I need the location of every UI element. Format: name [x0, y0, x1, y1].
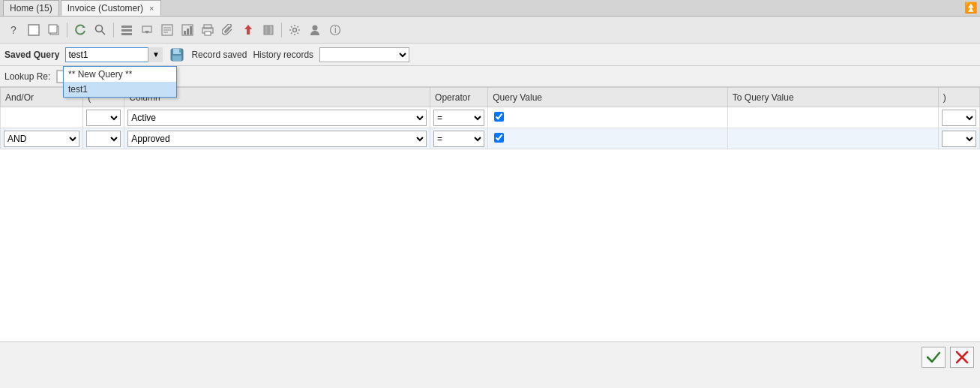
export-button[interactable] — [259, 21, 277, 39]
cell-to-query-value-1 — [727, 107, 938, 128]
svg-rect-8 — [121, 33, 132, 35]
cell-andor-1 — [1, 107, 83, 128]
down-button[interactable] — [138, 21, 156, 39]
svg-rect-18 — [190, 26, 192, 35]
select-andor-2[interactable]: AND OR — [4, 131, 79, 147]
svg-rect-7 — [121, 29, 132, 32]
bottom-bar — [0, 341, 980, 371]
svg-rect-17 — [187, 29, 189, 35]
saved-query-dropdown: ** New Query ** test1 — [63, 66, 177, 98]
cell-to-query-value-2 — [727, 128, 938, 149]
saved-query-dropdown-arrow[interactable]: ▼ — [148, 47, 163, 62]
svg-rect-6 — [121, 26, 132, 28]
checkbox-query-value-2[interactable] — [494, 133, 504, 143]
svg-rect-24 — [269, 26, 273, 35]
cell-query-value-2 — [488, 128, 728, 149]
toolbar-sep-3 — [281, 23, 282, 38]
lookup-label: Lookup Re: — [4, 71, 50, 82]
svg-text:i: i — [334, 25, 337, 35]
user-button[interactable] — [306, 21, 324, 39]
dropdown-item-test1[interactable]: test1 — [64, 82, 176, 97]
th-operator: Operator — [430, 88, 488, 107]
svg-rect-31 — [179, 49, 181, 53]
svg-line-5 — [102, 31, 106, 35]
report-button[interactable] — [178, 21, 196, 39]
toolbar: ? — [0, 17, 980, 44]
copy-button[interactable] — [45, 21, 63, 39]
table-row: AND OR Approved = — [1, 128, 980, 149]
list-button[interactable] — [118, 21, 136, 39]
svg-marker-3 — [82, 25, 85, 28]
svg-rect-0 — [28, 25, 39, 35]
help-button[interactable]: ? — [4, 21, 22, 39]
tab-home[interactable]: Home (15) — [3, 0, 59, 16]
attach-button[interactable] — [219, 21, 237, 39]
cell-close-paren-1 — [938, 107, 979, 128]
tab-home-label: Home (15) — [10, 3, 52, 14]
svg-point-26 — [313, 25, 318, 30]
th-query-value: Query Value — [488, 88, 728, 107]
cell-open-paren-2 — [83, 128, 124, 149]
cell-open-paren-1 — [83, 107, 124, 128]
form-button[interactable] — [158, 21, 176, 39]
svg-rect-23 — [264, 26, 268, 35]
select-close-paren-1[interactable] — [942, 110, 976, 126]
saved-query-label: Saved Query — [4, 50, 59, 60]
svg-marker-22 — [244, 25, 252, 35]
svg-point-25 — [293, 28, 297, 32]
tab-invoice-label: Invoice (Customer) — [67, 3, 143, 14]
saved-query-input-wrap: ▼ — [65, 47, 163, 62]
select-column-2[interactable]: Approved — [127, 131, 427, 147]
select-operator-1[interactable]: = — [433, 110, 484, 126]
ok-button[interactable] — [922, 347, 946, 368]
import-button[interactable] — [239, 21, 257, 39]
th-to-query-value: To Query Value — [727, 88, 938, 107]
checkbox-query-value-1[interactable] — [494, 112, 504, 122]
cancel-button[interactable] — [950, 347, 974, 368]
refresh-button[interactable] — [71, 21, 89, 39]
settings-button[interactable] — [286, 21, 304, 39]
select-open-paren-1[interactable] — [86, 110, 121, 126]
select-column-1[interactable]: Active — [127, 110, 427, 126]
search-button[interactable] — [91, 21, 109, 39]
select-operator-2[interactable]: = — [433, 131, 484, 147]
svg-rect-32 — [172, 56, 181, 61]
record-saved-text: Record saved — [191, 50, 247, 60]
cell-close-paren-2 — [938, 128, 979, 149]
collapse-arrow-icon[interactable]: ⏫ — [964, 2, 977, 14]
save-query-button[interactable] — [169, 47, 185, 63]
dropdown-item-new[interactable]: ** New Query ** — [64, 67, 176, 82]
tab-close-icon[interactable]: × — [149, 4, 154, 13]
query-table-wrap: And/Or ( Column Operator Query Value To … — [0, 87, 980, 341]
history-label: History records — [253, 50, 313, 60]
print-button[interactable] — [199, 21, 217, 39]
cell-column-1: Active — [124, 107, 430, 128]
table-row: Active = — [1, 107, 980, 128]
svg-rect-2 — [49, 25, 57, 33]
toolbar-sep-2 — [113, 23, 114, 38]
svg-rect-16 — [184, 31, 186, 35]
info-button[interactable]: i — [326, 21, 344, 39]
cell-andor-2: AND OR — [1, 128, 83, 149]
svg-point-4 — [96, 25, 103, 32]
tab-invoice[interactable]: Invoice (Customer) × — [61, 0, 161, 16]
th-close-paren: ) — [938, 88, 979, 107]
cell-operator-1: = — [430, 107, 488, 128]
toolbar-sep-1 — [67, 23, 67, 38]
select-open-paren-2[interactable] — [86, 131, 121, 147]
saved-query-bar: Saved Query ▼ ** New Query ** test1 Reco… — [0, 44, 980, 66]
new-button[interactable] — [25, 21, 43, 39]
history-dropdown[interactable] — [319, 47, 409, 62]
select-close-paren-2[interactable] — [942, 131, 976, 147]
cell-column-2: Approved — [124, 128, 430, 149]
svg-rect-21 — [205, 32, 211, 35]
cell-operator-2: = — [430, 128, 488, 149]
cell-query-value-1 — [488, 107, 728, 128]
